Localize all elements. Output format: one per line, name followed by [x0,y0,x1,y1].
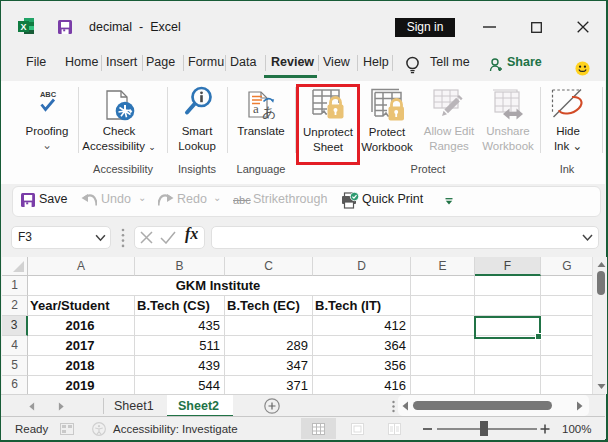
svg-text:a: a [253,101,259,116]
svg-text:X: X [20,22,26,32]
svg-text:ABC: ABC [40,90,57,99]
svg-text:あ: あ [262,104,276,119]
